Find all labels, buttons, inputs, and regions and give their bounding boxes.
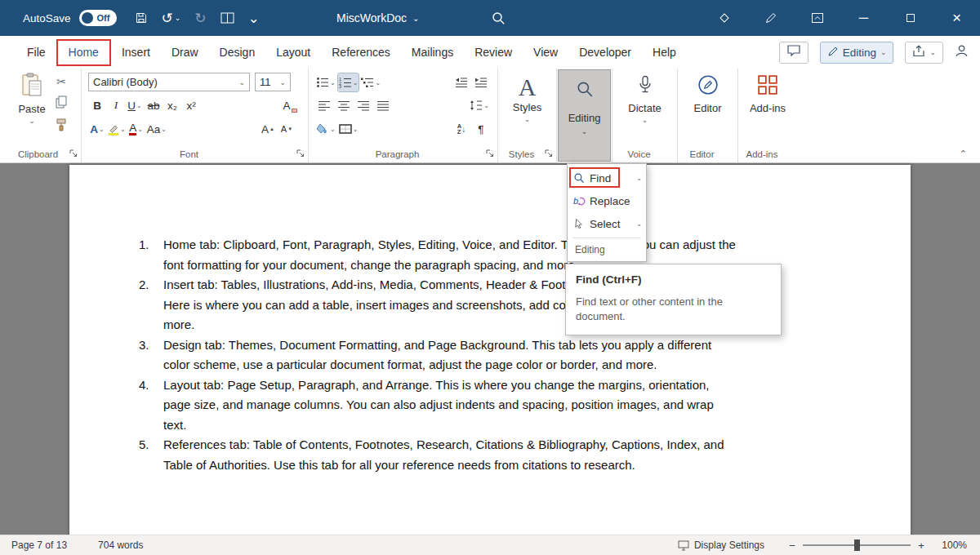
select-label: Select xyxy=(590,218,621,230)
display-settings-button[interactable]: Display Settings xyxy=(678,539,764,551)
page-indicator[interactable]: Page 7 of 13 xyxy=(11,539,67,551)
superscript-button[interactable]: x² xyxy=(182,96,200,114)
copy-icon[interactable] xyxy=(56,95,67,110)
zoom-in-button[interactable]: + xyxy=(915,539,928,552)
increase-indent-button[interactable] xyxy=(472,73,490,91)
tab-design[interactable]: Design xyxy=(209,36,266,69)
zoom-level[interactable]: 100% xyxy=(928,539,967,551)
show-paragraph-marks-button[interactable]: ¶ xyxy=(472,120,490,138)
styles-dialog-launcher-icon[interactable] xyxy=(545,149,553,158)
document-page[interactable]: 1. Home tab: Clipboard, Font, Paragraph,… xyxy=(69,165,911,540)
tab-mailings[interactable]: Mailings xyxy=(401,36,464,69)
borders-button[interactable]: ⌄ xyxy=(338,120,359,138)
addins-button[interactable]: Add-ins xyxy=(738,74,797,114)
voice-group: Dictate ⌄ Voice xyxy=(612,69,678,162)
shading-button[interactable]: ⌄ xyxy=(315,120,336,138)
paste-button[interactable]: Paste ⌄ xyxy=(13,73,51,144)
collapse-ribbon-icon[interactable]: ⌃ xyxy=(960,149,967,159)
font-color-chevron-icon: ⌄ xyxy=(137,126,143,133)
font-dialog-launcher-icon[interactable] xyxy=(296,149,305,158)
justify-button[interactable] xyxy=(374,96,392,114)
shapes-icon[interactable] xyxy=(701,0,747,36)
minimize-button[interactable]: ─ xyxy=(840,0,887,36)
zoom-out-button[interactable]: − xyxy=(786,539,799,552)
menu-separator xyxy=(572,238,641,238)
align-right-button[interactable] xyxy=(354,96,372,114)
align-center-button[interactable] xyxy=(335,96,353,114)
word-count[interactable]: 704 words xyxy=(98,539,143,551)
strikethrough-button[interactable]: ab xyxy=(145,96,163,114)
save-icon[interactable] xyxy=(135,11,148,24)
editing-button[interactable]: Editing ⌄ xyxy=(558,69,611,162)
numbering-button[interactable]: 123 ⌄ xyxy=(338,73,359,91)
menu-item-select[interactable]: Select ⌄ xyxy=(568,212,646,235)
font-size-combo[interactable]: 11 ⌄ xyxy=(255,73,291,91)
svg-text:3: 3 xyxy=(339,84,341,88)
line-spacing-button[interactable]: ⌄ xyxy=(469,96,490,114)
italic-button[interactable]: I xyxy=(107,96,125,114)
comments-button[interactable] xyxy=(779,42,808,64)
shrink-font-button[interactable]: A ▼ xyxy=(278,120,296,138)
subscript-button[interactable]: x₂ xyxy=(163,96,181,114)
people-icon[interactable] xyxy=(955,44,969,61)
underline-button[interactable]: U ⌄ xyxy=(126,96,144,114)
tab-home[interactable]: Home xyxy=(56,39,111,66)
highlight-button[interactable]: ⌄ xyxy=(107,120,127,138)
format-painter-icon[interactable] xyxy=(56,118,67,133)
paragraph-group: ⌄ 123 ⌄ ⌄ xyxy=(309,69,498,162)
editing-dropdown-menu: Find ⌄ b Replace Select ⌄ Editing xyxy=(567,163,647,262)
bullets-button[interactable]: ⌄ xyxy=(315,73,336,91)
multilevel-list-button[interactable]: ⌄ xyxy=(360,73,381,91)
clipboard-dialog-launcher-icon[interactable] xyxy=(69,149,78,158)
editing-mode-dropdown[interactable]: Editing ⌄ xyxy=(820,42,894,64)
sort-button[interactable]: A Z ↓ xyxy=(452,120,470,138)
undo-icon: ↺ xyxy=(162,11,173,25)
share-button[interactable]: ⌄ xyxy=(905,42,943,64)
menu-item-replace[interactable]: b Replace xyxy=(568,189,646,212)
search-icon[interactable] xyxy=(491,11,506,29)
menu-item-find[interactable]: Find ⌄ xyxy=(568,166,646,189)
tab-insert[interactable]: Insert xyxy=(111,36,161,69)
autosave-toggle[interactable]: Off xyxy=(79,10,117,26)
dictate-button[interactable]: Dictate ⌄ xyxy=(612,74,677,124)
tab-review[interactable]: Review xyxy=(464,36,523,69)
tab-file[interactable]: File xyxy=(16,36,56,69)
undo-button[interactable]: ↺ ⌄ xyxy=(162,11,181,25)
decrease-indent-button[interactable] xyxy=(452,73,470,91)
align-left-button[interactable] xyxy=(315,96,333,114)
maximize-button[interactable] xyxy=(887,0,933,36)
tab-layout[interactable]: Layout xyxy=(265,36,321,69)
redo-icon[interactable]: ↻ xyxy=(194,11,206,25)
grow-font-button[interactable]: A ▲ xyxy=(259,120,277,138)
tab-help[interactable]: Help xyxy=(642,36,687,69)
tab-draw[interactable]: Draw xyxy=(161,36,209,69)
zoom-slider-handle[interactable] xyxy=(854,539,860,551)
ribbon-display-options-icon[interactable] xyxy=(794,0,840,36)
document-title-area[interactable]: MiscWorkDoc ⌄ xyxy=(336,0,419,36)
styles-group-label: Styles xyxy=(498,149,545,159)
font-name-combo[interactable]: Calibri (Body) ⌄ xyxy=(88,73,250,91)
underline-chevron-icon: ⌄ xyxy=(136,102,142,109)
find-split-chevron-icon[interactable]: ⌄ xyxy=(636,175,642,182)
editor-button[interactable]: Editor xyxy=(678,74,737,114)
find-tooltip: Find (Ctrl+F) Find text or other content… xyxy=(565,264,782,335)
close-button[interactable]: × xyxy=(933,0,980,36)
cut-icon[interactable]: ✂ xyxy=(56,76,66,87)
bold-button[interactable]: B xyxy=(88,96,106,114)
zoom-slider[interactable] xyxy=(803,544,911,546)
font-color-button[interactable]: A ⌄ xyxy=(127,120,145,138)
tab-view[interactable]: View xyxy=(523,36,568,69)
paragraph-dialog-launcher-icon[interactable] xyxy=(486,149,494,158)
pen-icon[interactable] xyxy=(747,0,794,36)
tab-developer[interactable]: Developer xyxy=(568,36,642,69)
text-effects-button[interactable]: A ⌄ xyxy=(88,120,106,138)
styles-button[interactable]: A Styles ⌄ xyxy=(498,73,556,123)
justify-icon xyxy=(376,100,390,111)
clear-formatting-button[interactable]: A xyxy=(278,96,296,114)
undo-chevron-icon[interactable]: ⌄ xyxy=(175,15,181,22)
customize-qat-chevron-icon[interactable]: ⌄ xyxy=(248,11,260,25)
reading-view-icon[interactable] xyxy=(220,12,234,24)
tab-references[interactable]: References xyxy=(321,36,401,69)
shrink-font-arrow-icon: ▼ xyxy=(287,127,292,131)
change-case-button[interactable]: Aa ⌄ xyxy=(146,120,167,138)
